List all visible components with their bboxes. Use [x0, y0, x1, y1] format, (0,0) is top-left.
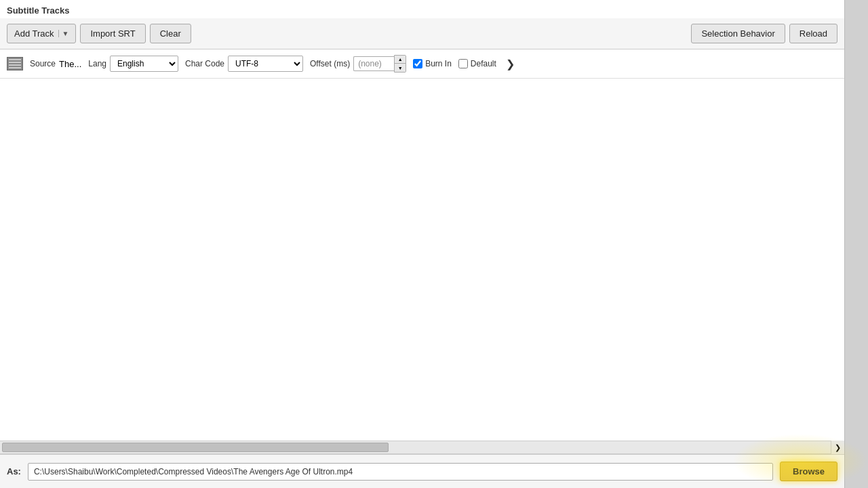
source-field-group: Source The...	[30, 59, 81, 69]
reload-button[interactable]: Reload	[789, 24, 837, 43]
lang-label: Lang	[88, 59, 106, 68]
section-title: Subtitle Tracks	[0, 0, 844, 18]
scroll-right-button[interactable]: ❯	[831, 441, 844, 454]
offset-up-button[interactable]: ▲	[395, 56, 406, 64]
charcode-label: Char Code	[185, 59, 224, 68]
selection-behavior-button[interactable]: Selection Behavior	[691, 24, 785, 43]
source-label: Source	[30, 59, 56, 68]
clear-button[interactable]: Clear	[150, 24, 191, 43]
scrollbar-thumb[interactable]	[2, 443, 389, 452]
add-track-button[interactable]: Add Track ▼	[7, 24, 76, 43]
browse-button[interactable]: Browse	[780, 462, 837, 481]
toolbar: Add Track ▼ Import SRT Clear Selection B…	[0, 18, 844, 49]
offset-label: Offset (ms)	[310, 59, 350, 68]
offset-field-group: Offset (ms) ▲ ▼	[310, 55, 406, 73]
add-track-dropdown-arrow[interactable]: ▼	[58, 30, 69, 37]
toolbar-left: Add Track ▼ Import SRT Clear	[7, 24, 687, 43]
output-path-input[interactable]	[28, 463, 773, 481]
default-group: Default	[458, 59, 496, 68]
import-srt-button[interactable]: Import SRT	[80, 24, 145, 43]
offset-spinner: ▲ ▼	[394, 55, 406, 73]
toolbar-right: Selection Behavior Reload	[691, 24, 837, 43]
default-label: Default	[471, 59, 496, 68]
burn-in-label: Burn In	[425, 59, 452, 68]
track-icon-inner	[9, 59, 21, 68]
default-checkbox[interactable]	[458, 59, 468, 68]
charcode-field-group: Char Code UTF-8 UTF-16 ISO-8859-1 ASCII	[185, 56, 303, 72]
charcode-select[interactable]: UTF-8 UTF-16 ISO-8859-1 ASCII	[228, 56, 303, 72]
offset-input[interactable]	[353, 56, 394, 71]
track-row: Source The... Lang English French Spanis…	[0, 49, 844, 79]
more-arrow-button[interactable]: ❯	[506, 58, 515, 70]
right-scrollbar-area[interactable]	[844, 0, 868, 488]
lang-select[interactable]: English French Spanish German Japanese C…	[110, 56, 178, 72]
add-track-label: Add Track	[14, 28, 54, 39]
bottom-bar: As: Browse	[0, 454, 844, 488]
source-value: The...	[59, 59, 81, 69]
lang-field-group: Lang English French Spanish German Japan…	[88, 56, 178, 72]
burn-in-group: Burn In	[413, 59, 452, 68]
horizontal-scrollbar[interactable]: ❯	[0, 441, 844, 454]
as-label: As:	[7, 466, 21, 476]
content-area[interactable]	[0, 79, 844, 441]
offset-field: ▲ ▼	[353, 55, 406, 73]
offset-down-button[interactable]: ▼	[395, 64, 406, 72]
burn-in-checkbox[interactable]	[413, 59, 422, 68]
track-icon	[7, 57, 23, 70]
